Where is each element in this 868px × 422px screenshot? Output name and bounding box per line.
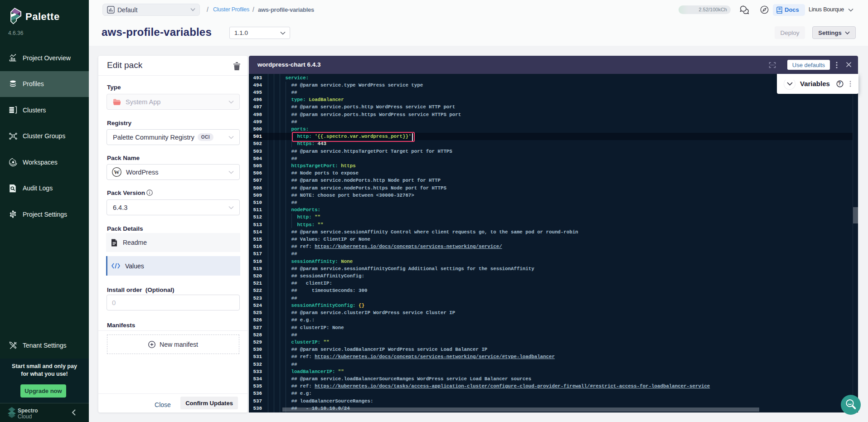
svg-text:W: W (114, 169, 120, 175)
